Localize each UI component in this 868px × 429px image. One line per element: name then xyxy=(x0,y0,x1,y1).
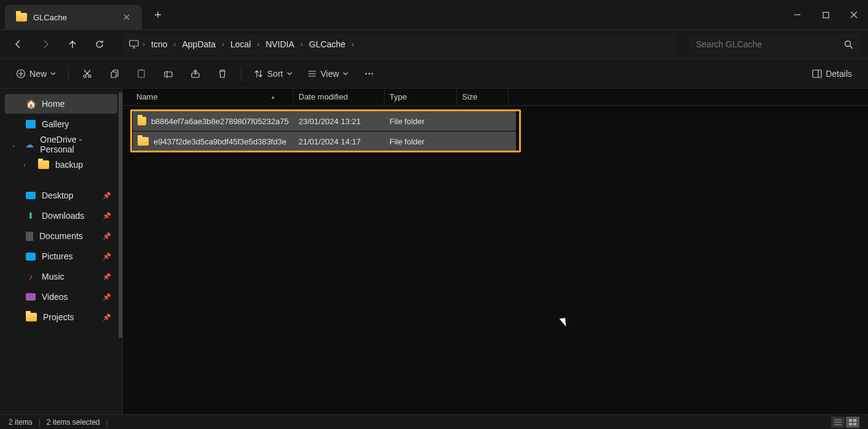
separator: | xyxy=(39,418,41,427)
sidebar-item-onedrive[interactable]: ⌄ ☁ OneDrive - Personal xyxy=(5,135,117,154)
view-mode-toggle xyxy=(831,417,859,428)
new-tab-button[interactable] xyxy=(147,4,169,26)
sidebar-item-downloads[interactable]: ⬇ Downloads 📌 xyxy=(5,206,117,226)
new-button[interactable]: New xyxy=(10,63,62,85)
copy-button[interactable] xyxy=(102,63,127,85)
breadcrumb-item[interactable]: tcno xyxy=(149,38,170,50)
breadcrumb-item[interactable]: Local xyxy=(228,38,253,50)
statusbar: 2 items | 2 items selected | xyxy=(0,414,868,429)
maximize-button[interactable] xyxy=(811,2,840,27)
tabs-area: GLCache xyxy=(0,0,169,30)
column-date[interactable]: Date modified xyxy=(294,89,385,105)
sidebar-item-label: OneDrive - Personal xyxy=(40,135,111,154)
breadcrumb-item[interactable]: NVIDIA xyxy=(263,38,297,50)
svg-rect-16 xyxy=(853,419,856,422)
table-row[interactable]: e9437f2de3d5ca9bdf45f3e5d383fd3e 21/01/2… xyxy=(133,132,516,151)
chevron-right-icon: › xyxy=(173,40,176,49)
sidebar-item-projects[interactable]: Projects 📌 xyxy=(5,307,117,327)
back-button[interactable] xyxy=(7,33,29,55)
separator xyxy=(241,66,241,81)
download-icon: ⬇ xyxy=(26,211,36,221)
svg-point-4 xyxy=(84,75,86,77)
file-type: File folder xyxy=(389,137,424,146)
chevron-right-icon: › xyxy=(257,40,259,49)
close-window-button[interactable] xyxy=(840,2,868,27)
new-label: New xyxy=(29,69,47,79)
rename-button[interactable] xyxy=(156,63,181,85)
file-type: File folder xyxy=(389,117,424,126)
pin-icon: 📌 xyxy=(103,313,111,321)
cut-button[interactable] xyxy=(75,63,100,85)
table-row[interactable]: b8864ef7a6ae3b8e2789807f05232a75 23/01/2… xyxy=(133,111,516,131)
view-button[interactable]: View xyxy=(301,63,354,85)
chevron-right-icon: › xyxy=(222,40,224,49)
sidebar-item-label: backup xyxy=(55,160,83,170)
more-button[interactable] xyxy=(357,63,381,85)
svg-point-12 xyxy=(368,73,370,74)
sidebar-item-pictures[interactable]: Pictures 📌 xyxy=(5,246,117,266)
cursor-icon xyxy=(559,315,569,326)
sidebar-item-label: Videos xyxy=(42,292,68,302)
svg-point-5 xyxy=(88,75,91,77)
forward-button[interactable] xyxy=(34,33,57,55)
up-button[interactable] xyxy=(61,33,84,55)
refresh-button[interactable] xyxy=(88,33,111,55)
breadcrumb-item[interactable]: AppData xyxy=(179,38,217,50)
file-date: 21/01/2024 14:17 xyxy=(299,137,361,146)
tab-glcache[interactable]: GLCache xyxy=(5,5,142,30)
sidebar-item-home[interactable]: 🏠 Home xyxy=(5,94,117,114)
svg-point-11 xyxy=(365,73,367,74)
chevron-down-icon xyxy=(287,72,292,76)
onedrive-icon: ☁ xyxy=(25,140,34,149)
separator xyxy=(68,66,69,81)
column-name[interactable]: Name ▲ xyxy=(131,89,294,105)
thumbnails-view-button[interactable] xyxy=(846,417,859,428)
desktop-icon xyxy=(26,192,36,199)
search-input[interactable] xyxy=(696,39,844,49)
pin-icon: 📌 xyxy=(103,253,111,261)
chevron-right-icon: › xyxy=(351,40,354,49)
search-box[interactable] xyxy=(689,34,861,55)
chevron-down-icon[interactable]: ⌄ xyxy=(11,141,19,148)
paste-button[interactable] xyxy=(129,63,154,85)
close-tab-button[interactable] xyxy=(122,13,131,22)
share-button[interactable] xyxy=(183,63,208,85)
chevron-down-icon xyxy=(343,72,348,76)
svg-rect-9 xyxy=(165,72,172,77)
sidebar-item-gallery[interactable]: Gallery xyxy=(5,114,117,134)
gallery-icon xyxy=(26,120,36,128)
sidebar-item-label: Gallery xyxy=(42,119,69,129)
details-label: Details xyxy=(826,69,852,79)
view-label: View xyxy=(321,69,339,79)
sidebar-item-documents[interactable]: Documents 📌 xyxy=(5,226,117,246)
breadcrumb-item[interactable]: GLCache xyxy=(307,38,348,50)
sidebar-item-label: Projects xyxy=(43,312,74,322)
sidebar-item-label: Pictures xyxy=(42,251,73,261)
column-size[interactable]: Size xyxy=(457,89,509,105)
sidebar-item-backup[interactable]: › backup xyxy=(5,155,117,175)
pin-icon: 📌 xyxy=(103,192,111,200)
sidebar-item-desktop[interactable]: Desktop 📌 xyxy=(5,186,117,205)
column-label: Date modified xyxy=(299,92,348,101)
minimize-button[interactable] xyxy=(783,2,811,27)
main-area: 🏠 Home Gallery ⌄ ☁ OneDrive - Personal ›… xyxy=(0,89,868,414)
column-type[interactable]: Type xyxy=(385,89,457,105)
chevron-right-icon[interactable]: › xyxy=(23,162,32,168)
scrollbar[interactable] xyxy=(119,92,122,338)
sort-button[interactable]: Sort xyxy=(248,63,299,85)
details-button[interactable]: Details xyxy=(806,63,858,85)
search-icon xyxy=(844,40,853,49)
svg-rect-15 xyxy=(849,419,852,422)
delete-button[interactable] xyxy=(210,63,235,85)
sidebar-item-music[interactable]: ♪ Music 📌 xyxy=(5,267,117,286)
toolbar: New Sort View Details xyxy=(0,59,868,89)
breadcrumb[interactable]: › tcno › AppData › Local › NVIDIA › GLCa… xyxy=(123,34,676,55)
chevron-right-icon: › xyxy=(300,40,303,49)
svg-rect-8 xyxy=(140,69,143,71)
svg-rect-1 xyxy=(130,41,138,46)
svg-point-2 xyxy=(845,41,851,46)
folder-icon xyxy=(16,13,27,22)
sidebar-item-videos[interactable]: Videos 📌 xyxy=(5,287,117,307)
folder-icon xyxy=(26,313,37,321)
details-view-button[interactable] xyxy=(831,417,845,428)
